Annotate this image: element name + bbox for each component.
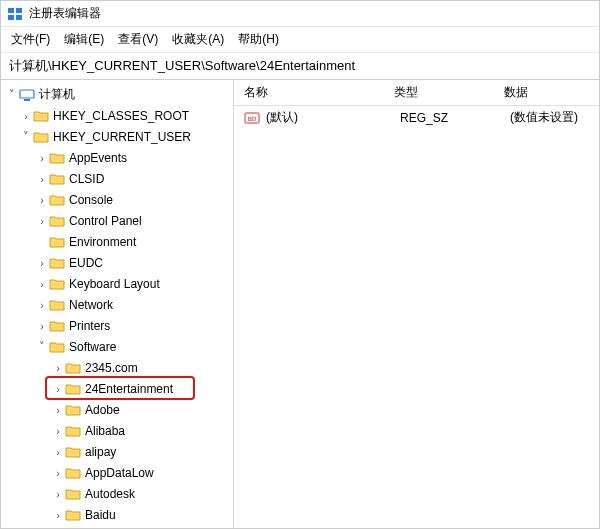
folder-icon (33, 108, 49, 124)
folder-icon (49, 318, 65, 334)
folder-icon (65, 381, 81, 397)
tree-item[interactable]: ›Console (1, 189, 233, 210)
menu-help[interactable]: 帮助(H) (238, 31, 279, 48)
tree-label: HKEY_CURRENT_USER (53, 130, 191, 144)
tree-label: Console (69, 193, 113, 207)
tree-item[interactable]: ›Printers (1, 315, 233, 336)
tree-label: Autodesk (85, 487, 135, 501)
folder-icon (49, 339, 65, 355)
values-pane[interactable]: 名称 类型 数据 ab (默认) REG_SZ (数值未设置) (234, 80, 599, 529)
chevron-right-icon[interactable]: › (51, 404, 65, 416)
chevron-right-icon[interactable]: › (51, 362, 65, 374)
value-data: (数值未设置) (500, 109, 599, 126)
folder-icon (65, 360, 81, 376)
address-bar[interactable]: 计算机\HKEY_CURRENT_USER\Software\24Enterta… (1, 53, 599, 80)
folder-icon (33, 129, 49, 145)
folder-icon (49, 213, 65, 229)
chevron-right-icon[interactable]: › (51, 488, 65, 500)
tree-item[interactable]: ›CLSID (1, 168, 233, 189)
chevron-right-icon[interactable]: › (51, 383, 65, 395)
chevron-down-icon[interactable]: ˅ (19, 130, 33, 143)
tree-item[interactable]: ›Environment (1, 231, 233, 252)
tree-label: Network (69, 298, 113, 312)
chevron-right-icon[interactable]: › (51, 446, 65, 458)
chevron-right-icon[interactable]: › (35, 173, 49, 185)
chevron-right-icon[interactable]: › (35, 299, 49, 311)
svg-rect-1 (16, 8, 22, 13)
tree-item[interactable]: ›Control Panel (1, 210, 233, 231)
content-area: ˅ 计算机 › HKEY_CLASSES_ROOT ˅ HKEY_CURRENT… (1, 80, 599, 529)
tree-label: Keyboard Layout (69, 277, 160, 291)
regedit-icon (7, 6, 23, 22)
tree-item[interactable]: ›alipay (1, 441, 233, 462)
tree-item[interactable]: ›AppDataLow (1, 462, 233, 483)
string-value-icon: ab (244, 110, 260, 126)
tree-item[interactable]: ›AppEvents (1, 147, 233, 168)
tree-label: Control Panel (69, 214, 142, 228)
tree-item[interactable]: ›Autodesk (1, 483, 233, 504)
value-name: (默认) (266, 109, 390, 126)
chevron-right-icon[interactable]: › (35, 194, 49, 206)
chevron-right-icon[interactable]: › (35, 278, 49, 290)
chevron-right-icon[interactable]: › (51, 467, 65, 479)
value-type: REG_SZ (390, 111, 500, 125)
folder-icon (65, 402, 81, 418)
chevron-down-icon[interactable]: ˅ (35, 340, 49, 353)
folder-icon (49, 234, 65, 250)
tree-item-software[interactable]: ˅Software (1, 336, 233, 357)
tree-label: EUDC (69, 256, 103, 270)
tree-label: Baidu (85, 508, 116, 522)
chevron-right-icon[interactable]: › (51, 425, 65, 437)
tree-label: Software (69, 340, 116, 354)
tree-item[interactable]: ›2345.com (1, 357, 233, 378)
list-header: 名称 类型 数据 (234, 80, 599, 106)
svg-rect-5 (24, 99, 30, 101)
tree-item[interactable]: ›Alibaba (1, 420, 233, 441)
tree-item[interactable]: ›Adobe (1, 399, 233, 420)
tree-label: alipay (85, 445, 116, 459)
tree-label: Alibaba (85, 424, 125, 438)
folder-icon (49, 192, 65, 208)
tree-label: HKEY_CLASSES_ROOT (53, 109, 189, 123)
menu-view[interactable]: 查看(V) (118, 31, 158, 48)
column-header-name[interactable]: 名称 (234, 84, 384, 101)
list-row[interactable]: ab (默认) REG_SZ (数值未设置) (234, 106, 599, 129)
menu-favorites[interactable]: 收藏夹(A) (172, 31, 224, 48)
folder-icon (65, 465, 81, 481)
folder-icon (49, 255, 65, 271)
folder-icon (65, 444, 81, 460)
folder-icon (49, 276, 65, 292)
svg-rect-0 (8, 8, 14, 13)
tree-label: 计算机 (39, 86, 75, 103)
tree-hkcu[interactable]: ˅ HKEY_CURRENT_USER (1, 126, 233, 147)
column-header-type[interactable]: 类型 (384, 84, 494, 101)
chevron-right-icon[interactable]: › (35, 257, 49, 269)
tree-pane[interactable]: ˅ 计算机 › HKEY_CLASSES_ROOT ˅ HKEY_CURRENT… (1, 80, 234, 529)
chevron-right-icon[interactable]: › (35, 152, 49, 164)
folder-icon (65, 423, 81, 439)
tree-label: 24Entertainment (85, 382, 173, 396)
tree-label: Printers (69, 319, 110, 333)
folder-icon (49, 297, 65, 313)
chevron-right-icon[interactable]: › (51, 509, 65, 521)
tree-label: AppDataLow (85, 466, 154, 480)
tree-item[interactable]: ›Network (1, 294, 233, 315)
tree-root[interactable]: ˅ 计算机 (1, 84, 233, 105)
window-title: 注册表编辑器 (29, 5, 101, 22)
tree-item[interactable]: ›Baidu (1, 504, 233, 525)
svg-rect-3 (16, 15, 22, 20)
tree-hkcr[interactable]: › HKEY_CLASSES_ROOT (1, 105, 233, 126)
chevron-right-icon[interactable]: › (19, 110, 33, 122)
tree-item[interactable]: ›Blizzard Entertainn (1, 525, 233, 529)
column-header-data[interactable]: 数据 (494, 84, 599, 101)
folder-icon (65, 507, 81, 523)
tree-label: CLSID (69, 172, 104, 186)
tree-item[interactable]: ›EUDC (1, 252, 233, 273)
chevron-right-icon[interactable]: › (35, 215, 49, 227)
chevron-right-icon[interactable]: › (35, 320, 49, 332)
menu-edit[interactable]: 编辑(E) (64, 31, 104, 48)
tree-item[interactable]: ›Keyboard Layout (1, 273, 233, 294)
tree-item-24entertainment[interactable]: ›24Entertainment (1, 378, 233, 399)
menu-file[interactable]: 文件(F) (11, 31, 50, 48)
chevron-down-icon[interactable]: ˅ (5, 88, 19, 101)
